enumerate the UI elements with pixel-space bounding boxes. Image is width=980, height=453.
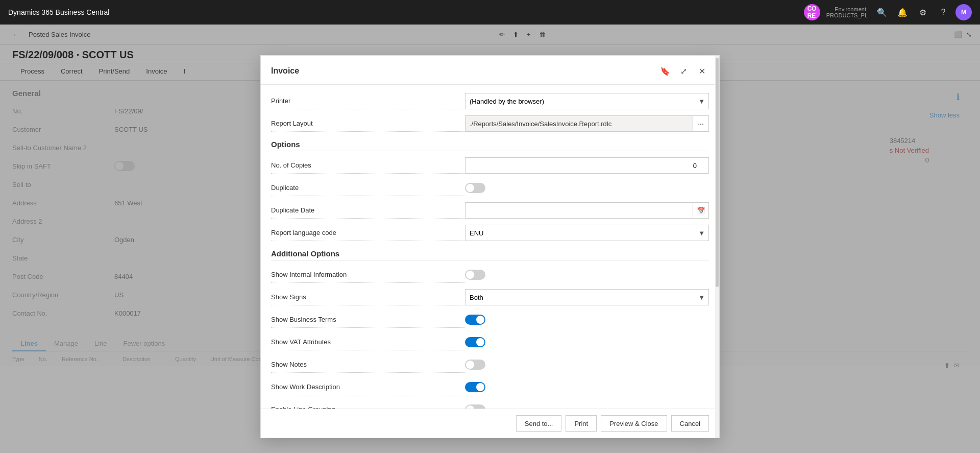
report-layout-control: ··· — [465, 115, 709, 132]
show-business-terms-toggle[interactable] — [465, 315, 485, 325]
modal-expand-icon[interactable]: ⤢ — [676, 64, 691, 78]
options-section-header: Options — [271, 140, 709, 151]
show-notes-control — [465, 360, 709, 370]
language-select[interactable]: ENU — [465, 225, 709, 241]
show-notes-toggle[interactable] — [465, 360, 485, 370]
copies-control — [465, 157, 709, 174]
duplicate-date-field: 📅 — [465, 202, 709, 219]
enable-line-grouping-toggle[interactable] — [465, 404, 485, 409]
top-nav-bar: Dynamics 365 Business Central CORE Envir… — [0, 0, 980, 25]
duplicate-label: Duplicate — [271, 180, 465, 196]
duplicate-control — [465, 183, 709, 193]
report-layout-row: Report Layout ··· — [271, 115, 709, 132]
show-business-terms-control — [465, 315, 709, 325]
copies-label: No. of Copies — [271, 157, 465, 174]
duplicate-date-label: Duplicate Date — [271, 202, 465, 219]
show-business-terms-label: Show Business Terms — [271, 312, 465, 328]
scrollbar-thumb — [716, 58, 719, 287]
settings-icon[interactable]: ⚙ — [915, 4, 931, 20]
show-vat-label: Show VAT Attributes — [271, 334, 465, 350]
modal-header: Invoice 🔖 ⤢ ✕ — [261, 56, 719, 85]
show-notes-row: Show Notes — [271, 356, 709, 373]
send-to-button[interactable]: Send to... — [516, 415, 562, 432]
copies-row: No. of Copies — [271, 157, 709, 174]
show-work-desc-row: Show Work Description — [271, 379, 709, 395]
report-layout-label: Report Layout — [271, 115, 465, 132]
user-avatar-m[interactable]: M — [955, 4, 972, 20]
show-internal-label: Show Internal Information — [271, 267, 465, 283]
language-label: Report language code — [271, 225, 465, 241]
show-signs-select[interactable]: Both Positive Negative — [465, 289, 709, 305]
enable-line-grouping-label: Enable Line Grouping — [271, 401, 465, 409]
preview-close-button[interactable]: Preview & Close — [601, 415, 667, 432]
user-avatar-co[interactable]: CORE — [804, 4, 820, 20]
show-work-desc-label: Show Work Description — [271, 379, 465, 395]
show-business-terms-row: Show Business Terms — [271, 312, 709, 328]
printer-select[interactable]: (Handled by the browser) — [465, 93, 709, 109]
modal-footer: Send to... Print Preview & Close Cancel — [261, 409, 719, 438]
enable-line-grouping-row: Enable Line Grouping — [271, 401, 709, 409]
duplicate-toggle[interactable] — [465, 183, 485, 193]
invoice-modal: Invoice 🔖 ⤢ ✕ Printer (Handled by the br… — [260, 55, 720, 438]
report-layout-dots-button[interactable]: ··· — [693, 115, 709, 132]
show-vat-row: Show VAT Attributes — [271, 334, 709, 350]
show-internal-toggle[interactable] — [465, 270, 485, 280]
print-button[interactable]: Print — [566, 415, 597, 432]
show-signs-control: Both Positive Negative ▼ — [465, 289, 709, 305]
modal-body: Printer (Handled by the browser) ▼ Repor… — [261, 85, 719, 409]
avatar-initials: CORE — [807, 5, 817, 19]
top-bar-icons: CORE Environment: PRODUCTS_PL 🔍 🔔 ⚙ ? M — [804, 4, 972, 20]
env-label: Environment: — [835, 6, 868, 12]
modal-bookmark-icon[interactable]: 🔖 — [658, 64, 672, 78]
show-internal-row: Show Internal Information — [271, 267, 709, 283]
cancel-button[interactable]: Cancel — [671, 415, 709, 432]
main-content: ← Posted Sales Invoice ✏ ⬆ + 🗑 ⬜ ⤡ FS/22… — [0, 25, 980, 453]
language-control: ENU ▼ — [465, 225, 709, 241]
show-vat-control — [465, 337, 709, 347]
copies-input[interactable] — [465, 157, 709, 174]
help-icon[interactable]: ? — [935, 4, 951, 20]
show-notes-label: Show Notes — [271, 356, 465, 373]
bell-icon[interactable]: 🔔 — [894, 4, 911, 20]
report-layout-input-group: ··· — [465, 115, 709, 132]
printer-row: Printer (Handled by the browser) ▼ — [271, 93, 709, 109]
printer-control[interactable]: (Handled by the browser) ▼ — [465, 93, 709, 109]
modal-close-icon[interactable]: ✕ — [695, 64, 709, 78]
additional-options-section-header: Additional Options — [271, 249, 709, 260]
show-work-desc-toggle[interactable] — [465, 382, 485, 392]
report-layout-input[interactable] — [465, 115, 693, 132]
duplicate-date-calendar-button[interactable]: 📅 — [693, 202, 709, 219]
modal-scrollbar[interactable] — [715, 56, 719, 438]
duplicate-row: Duplicate — [271, 180, 709, 196]
modal-header-icons: 🔖 ⤢ ✕ — [658, 64, 709, 78]
search-icon[interactable]: 🔍 — [874, 4, 890, 20]
duplicate-date-input[interactable] — [465, 202, 693, 219]
language-row: Report language code ENU ▼ — [271, 225, 709, 241]
show-work-desc-control — [465, 382, 709, 392]
app-title: Dynamics 365 Business Central — [8, 8, 804, 16]
printer-label: Printer — [271, 93, 465, 109]
enable-line-grouping-control — [465, 404, 709, 409]
duplicate-date-row: Duplicate Date 📅 — [271, 202, 709, 219]
show-internal-control — [465, 270, 709, 280]
show-vat-toggle[interactable] — [465, 337, 485, 347]
show-signs-label: Show Signs — [271, 289, 465, 305]
duplicate-date-control: 📅 — [465, 202, 709, 219]
modal-title: Invoice — [271, 66, 658, 76]
env-name: PRODUCTS_PL — [826, 12, 868, 18]
show-signs-row: Show Signs Both Positive Negative ▼ — [271, 289, 709, 305]
